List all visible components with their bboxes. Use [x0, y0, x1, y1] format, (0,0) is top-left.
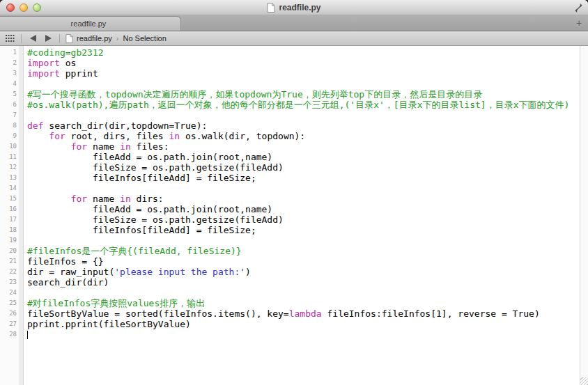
- code-keyword: in: [169, 131, 180, 141]
- text-cursor: [27, 331, 28, 339]
- code-text: fileAdd = os.path.join(root,name): [27, 204, 272, 214]
- code-keyword: lambda: [289, 308, 322, 319]
- code-line[interactable]: fileSize = os.path.getsize(fileAdd): [27, 214, 580, 225]
- line-number: 12: [0, 162, 19, 173]
- line-number: 3: [0, 68, 19, 79]
- line-number: 8: [0, 120, 19, 131]
- breadcrumb-chevron: ›: [116, 34, 120, 42]
- code-line[interactable]: for name in files:: [27, 141, 580, 152]
- code-line[interactable]: import os: [27, 58, 580, 68]
- code-text: fileInfos:fileInfos[1], reverse = True): [322, 308, 540, 319]
- line-number: 5: [0, 89, 19, 100]
- line-number: 4: [0, 79, 19, 89]
- resize-grip[interactable]: [580, 377, 588, 385]
- code-fold-ribbon: [19, 46, 24, 385]
- code-text: fileAdd = os.path.join(root,name): [27, 152, 272, 162]
- code-keyword: import: [27, 68, 60, 79]
- code-text: root, dirs, files: [65, 131, 169, 141]
- code-line[interactable]: #coding=gb2312: [27, 47, 580, 58]
- code-line[interactable]: fileAdd = os.path.join(root,name): [27, 152, 580, 162]
- forward-button[interactable]: [42, 33, 54, 44]
- line-number: 24: [0, 288, 19, 298]
- code-line[interactable]: [27, 329, 580, 340]
- code-line[interactable]: fileSortByValue = sorted(fileInfos.items…: [27, 308, 580, 319]
- code-line[interactable]: [27, 110, 580, 120]
- code-line[interactable]: for root, dirs, files in os.walk(dir, to…: [27, 131, 580, 141]
- code-line[interactable]: pprint.pprint(fileSortByValue): [27, 319, 580, 329]
- line-number: 26: [0, 308, 19, 319]
- code-line[interactable]: fileInfos = {}: [27, 256, 580, 267]
- breadcrumb-file[interactable]: readfile.py: [77, 34, 112, 42]
- code-text: os.walk(dir, topdown):: [180, 131, 305, 141]
- code-text: files:: [131, 141, 169, 152]
- code-line[interactable]: #fileInfos是一个字典{(fileAdd, fileSize)}: [27, 246, 580, 256]
- grid-icon: [6, 35, 15, 42]
- breadcrumb: readfile.py › No Selection: [65, 34, 167, 43]
- line-number: 18: [0, 225, 19, 235]
- code-line[interactable]: #写一个搜寻函数，topdown决定遍历的顺序，如果topdown为True，则…: [27, 89, 580, 100]
- code-text: dirs:: [131, 194, 164, 204]
- code-line[interactable]: [27, 235, 580, 246]
- code-lines: #coding=gb2312import osimport pprint#写一个…: [27, 47, 580, 340]
- vertical-scrollbar[interactable]: [580, 46, 588, 385]
- minimize-window-button[interactable]: [20, 3, 28, 12]
- code-text: [27, 141, 71, 152]
- code-text: search_dir(dir,topdown=True):: [43, 120, 207, 131]
- code-keyword: for: [71, 194, 87, 204]
- code-line[interactable]: fileInfos[fileAdd] = fileSize;: [27, 225, 580, 235]
- zoom-window-button[interactable]: [33, 3, 41, 12]
- code-text: pprint: [60, 68, 98, 79]
- jumpbar-separator: [21, 34, 22, 43]
- line-number: 11: [0, 152, 19, 162]
- code-line[interactable]: import pprint: [27, 68, 580, 79]
- new-tab-button[interactable]: +: [573, 15, 585, 31]
- code-line[interactable]: [27, 288, 580, 298]
- code-text: fileSize = os.path.getsize(fileAdd): [27, 162, 284, 173]
- code-comment: #coding=gb2312: [27, 47, 104, 58]
- code-line[interactable]: for name in dirs:: [27, 194, 580, 204]
- fullscreen-button[interactable]: [573, 3, 584, 13]
- code-editor[interactable]: #coding=gb2312import osimport pprint#写一个…: [24, 46, 580, 385]
- back-button[interactable]: [27, 33, 38, 44]
- line-number: 25: [0, 298, 19, 308]
- line-number: 9: [0, 131, 19, 141]
- code-line[interactable]: #os.walk(path),遍历path，返回一个对象，他的每个部分都是一个三…: [27, 100, 580, 110]
- related-items-button[interactable]: [4, 33, 15, 44]
- code-text: fileInfos = {}: [27, 256, 104, 267]
- line-number: 17: [0, 214, 19, 225]
- close-window-button[interactable]: [6, 3, 15, 12]
- line-number: 27: [0, 319, 19, 329]
- code-text: pprint.pprint(fileSortByValue): [27, 319, 191, 329]
- line-number: 7: [0, 110, 19, 120]
- plus-icon: +: [576, 17, 582, 29]
- line-number: 14: [0, 183, 19, 194]
- code-line[interactable]: fileSize = os.path.getsize(fileAdd): [27, 162, 580, 173]
- window-title: readfile.py: [279, 3, 320, 13]
- code-line[interactable]: dir = raw_input('please input the path:'…: [27, 267, 580, 277]
- code-text: name: [87, 194, 120, 204]
- line-number: 6: [0, 100, 19, 110]
- forward-arrow-icon: [45, 35, 52, 42]
- document-icon: [267, 3, 275, 13]
- code-line[interactable]: search_dir(dir): [27, 277, 580, 288]
- code-line[interactable]: [27, 183, 580, 194]
- code-line[interactable]: fileInfos[fileAdd] = fileSize;: [27, 173, 580, 183]
- editor-window: readfile.py readfile.py +: [0, 0, 588, 385]
- code-comment: #fileInfos是一个字典{(fileAdd, fileSize)}: [27, 246, 242, 256]
- code-line[interactable]: fileAdd = os.path.join(root,name): [27, 204, 580, 214]
- breadcrumb-selection[interactable]: No Selection: [123, 34, 166, 42]
- code-comment: #对fileInfos字典按照values排序，输出: [27, 298, 205, 308]
- code-line[interactable]: [27, 79, 580, 89]
- code-line[interactable]: def search_dir(dir,topdown=True):: [27, 120, 580, 131]
- line-number: 13: [0, 173, 19, 183]
- tab-bar: readfile.py +: [0, 15, 588, 31]
- line-number: 10: [0, 141, 19, 152]
- line-number: 19: [0, 235, 19, 246]
- code-keyword: def: [27, 120, 43, 131]
- window-title-area: readfile.py: [0, 0, 588, 15]
- tab-readfile[interactable]: readfile.py: [0, 16, 181, 31]
- code-keyword: import: [27, 58, 60, 68]
- code-line[interactable]: #对fileInfos字典按照values排序，输出: [27, 298, 580, 308]
- document-icon: [65, 34, 73, 43]
- code-text: fileSize = os.path.getsize(fileAdd): [27, 214, 284, 225]
